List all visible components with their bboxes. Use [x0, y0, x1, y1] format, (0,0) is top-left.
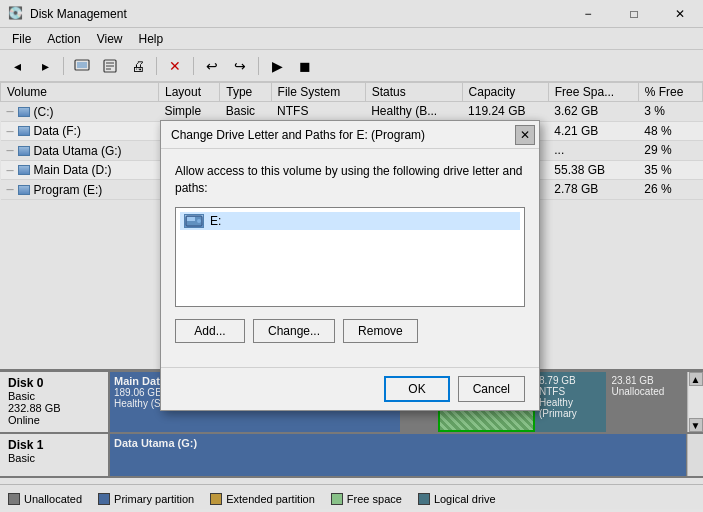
- modal-ok-buttons: OK Cancel: [161, 367, 539, 410]
- modal-description: Allow access to this volume by using the…: [175, 163, 525, 197]
- modal-ok-button[interactable]: OK: [384, 376, 449, 402]
- modal-remove-button[interactable]: Remove: [343, 319, 418, 343]
- modal-overlay: Change Drive Letter and Paths for E: (Pr…: [0, 0, 703, 512]
- modal-title-bar: Change Drive Letter and Paths for E: (Pr…: [161, 121, 539, 149]
- modal-close-button[interactable]: ✕: [515, 125, 535, 145]
- modal-body: Allow access to this volume by using the…: [161, 149, 539, 357]
- modal-list-drive-label: E:: [210, 214, 221, 228]
- modal-cancel-button[interactable]: Cancel: [458, 376, 525, 402]
- svg-rect-7: [187, 217, 195, 221]
- modal-list-item-e[interactable]: E:: [180, 212, 520, 230]
- modal-change-button[interactable]: Change...: [253, 319, 335, 343]
- svg-point-8: [197, 219, 201, 223]
- modal-title: Change Drive Letter and Paths for E: (Pr…: [171, 128, 425, 142]
- modal-action-buttons: Add... Change... Remove: [175, 319, 525, 347]
- modal-list[interactable]: E:: [175, 207, 525, 307]
- modal-dialog: Change Drive Letter and Paths for E: (Pr…: [160, 120, 540, 411]
- drive-icon-e: [184, 214, 204, 228]
- modal-add-button[interactable]: Add...: [175, 319, 245, 343]
